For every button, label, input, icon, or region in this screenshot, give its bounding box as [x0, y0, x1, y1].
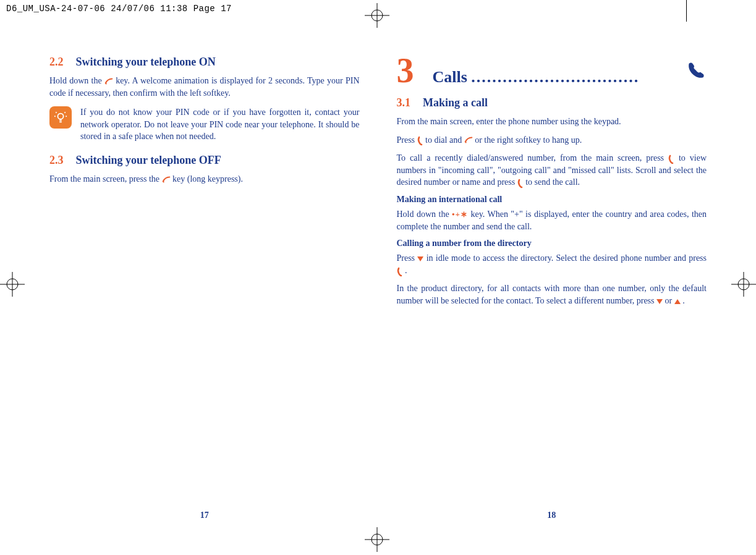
chapter-heading: 3 Calls ................................ — [397, 51, 707, 90]
call-key-icon — [397, 267, 403, 276]
heading-2-2: 2.2Switching your telephone ON — [49, 56, 360, 69]
para-dir1: Press in idle mode to access the directo… — [397, 252, 707, 276]
page-number-right: 18 — [397, 511, 707, 520]
para-intl: Hold down the •+∗ key. When "+" is displ… — [397, 208, 707, 232]
page-17: 2.2Switching your telephone ON Hold down… — [49, 51, 360, 520]
heading-3-1: 3.1Making a call — [397, 96, 707, 109]
subheading-intl: Making an international call — [397, 195, 707, 205]
down-arrow-icon — [417, 256, 423, 261]
call-key-icon — [517, 179, 524, 187]
para-2-3: From the main screen, press the key (lon… — [49, 173, 360, 185]
chapter-number: 3 — [397, 51, 414, 90]
tip-text: If you do not know your PIN code or if y… — [80, 106, 360, 143]
para-3-1a: From the main screen, enter the phone nu… — [397, 116, 707, 128]
section-number: 2.2 — [49, 56, 64, 68]
subheading-dir: Calling a number from the directory — [397, 239, 707, 248]
section-title: Switching your telephone ON — [76, 56, 216, 68]
crop-rule-top — [686, 0, 687, 22]
down-arrow-icon — [656, 299, 663, 304]
para-2-2: Hold down the key. A welcome animation i… — [49, 75, 360, 99]
lightbulb-icon — [49, 106, 72, 129]
call-key-icon — [668, 155, 674, 163]
section-number: 3.1 — [397, 96, 411, 109]
registration-mark-right — [731, 272, 756, 297]
para-dir2: In the product directory, for all contac… — [397, 282, 707, 307]
up-arrow-icon — [674, 299, 681, 304]
end-key-icon — [464, 135, 473, 144]
tip-box: If you do not know your PIN code or if y… — [49, 106, 360, 143]
registration-mark-left — [0, 272, 25, 297]
section-number: 2.3 — [49, 154, 64, 166]
chapter-title: Calls ................................ — [433, 68, 668, 87]
end-key-icon — [162, 175, 171, 184]
svg-point-20 — [163, 181, 164, 182]
star-key-icon: •+∗ — [452, 210, 468, 219]
page-18: 3 Calls ................................… — [397, 51, 707, 520]
para-3-1c: To call a recently dialed/answered numbe… — [397, 152, 707, 189]
svg-line-18 — [56, 112, 56, 112]
svg-point-21 — [465, 142, 466, 143]
svg-line-19 — [64, 112, 65, 112]
page-number-left: 17 — [49, 511, 360, 520]
section-title: Making a call — [423, 96, 488, 109]
heading-2-3: 2.3Switching your telephone OFF — [49, 154, 360, 167]
section-title: Switching your telephone OFF — [76, 154, 221, 166]
para-3-1b: Press to dial and or the right softkey t… — [397, 134, 707, 146]
registration-mark-top — [365, 3, 389, 28]
svg-point-12 — [105, 83, 106, 84]
svg-point-13 — [57, 114, 63, 119]
end-key-icon — [104, 77, 113, 85]
phone-chapter-icon — [686, 60, 707, 81]
registration-mark-bottom — [365, 527, 389, 552]
call-key-icon — [417, 136, 423, 145]
